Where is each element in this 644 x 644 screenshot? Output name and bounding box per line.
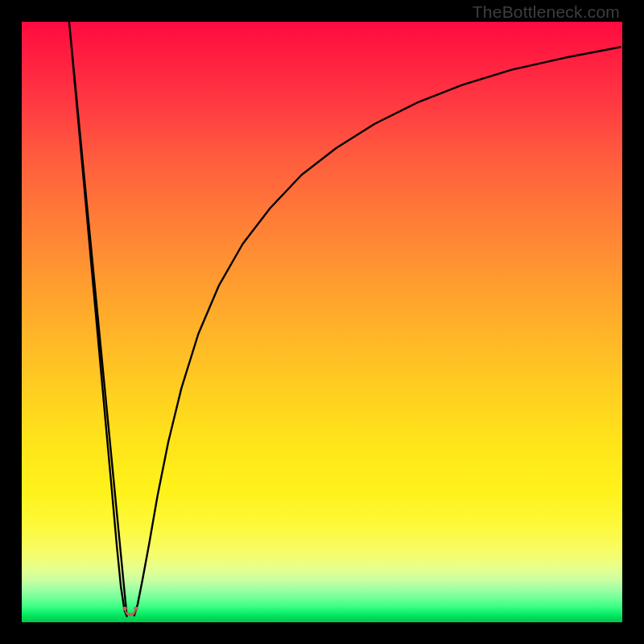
plot-area: [22, 22, 622, 622]
chart-frame: TheBottleneck.com: [0, 0, 644, 644]
watermark-text: TheBottleneck.com: [473, 2, 620, 22]
bottleneck-curve: [22, 22, 622, 622]
